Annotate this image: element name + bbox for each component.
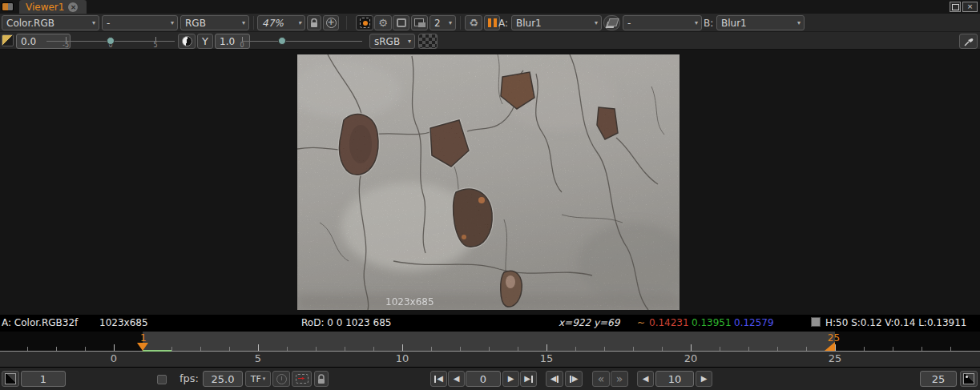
playhead-marker[interactable] [137,343,148,351]
next-keyframe-button[interactable]: » [611,371,628,387]
play-forward-button[interactable]: ▶ [502,371,519,387]
wipe-mode-dropdown[interactable]: - ▾ [623,15,702,30]
goto-start-button[interactable]: ◀ [430,371,447,387]
viewer-canvas[interactable]: 1023x685 [0,50,980,315]
sample-color-button[interactable] [959,34,978,49]
flipbook-range-button[interactable] [2,371,19,387]
roi-button[interactable] [356,15,373,30]
timeline-tick [633,347,634,351]
double-chevron-left-icon: « [598,372,605,385]
pause-button[interactable] [484,15,500,30]
monitor-icon [414,18,425,27]
tab-viewer1[interactable]: Viewer1 × [19,0,87,14]
gain-icon[interactable] [2,34,14,46]
downrez-dropdown[interactable]: 2 ▾ [430,15,456,30]
jump-forward-increment-button[interactable]: ▶ [696,371,712,387]
layer-dropdown[interactable]: Color.RGB ▾ [2,15,99,30]
gamma-slider-handle[interactable] [278,37,286,45]
a-input-value: Blur1 [516,18,542,29]
b-input-dropdown[interactable]: Blur1 ▾ [716,15,805,30]
viewer-colorspace-dropdown[interactable]: sRGB ▾ [369,34,415,49]
play-backward-button[interactable]: ◀ [448,371,465,387]
contrast-icon [182,36,192,46]
timeline-tick [777,347,778,351]
timeline-tick [950,347,951,351]
overlay-dropdown[interactable]: - ▾ [102,15,178,30]
playhead-frame-label: 1 [140,332,147,344]
gain-slider-handle[interactable] [107,37,115,45]
fps-field[interactable]: 25.0 [203,371,243,387]
bar-icon [434,376,436,383]
fps-lock-checkbox[interactable] [157,375,167,384]
flipbook-button[interactable] [960,371,978,387]
gamma-slider-track[interactable] [242,41,362,42]
slider-tick-label: 0 [240,42,244,49]
tab-bar: Viewer1 × × [0,0,980,14]
toolbar-separator [346,16,347,30]
zoom-lock-button[interactable] [307,15,321,30]
timeline-tick [56,347,57,351]
range-end-label: 25 [828,332,840,344]
tab-close-icon[interactable]: × [68,2,78,12]
step-forward-button[interactable]: ▶ [565,371,583,387]
timeline-tick [460,347,461,351]
toolbar-separator [253,16,254,30]
double-chevron-right-icon: » [616,372,623,385]
monitor-output-button[interactable] [411,15,428,30]
clip-to-format-button[interactable] [393,15,409,30]
frame-increment-field[interactable]: 10 [655,371,694,387]
zoom-dropdown[interactable]: 47% ▾ [257,15,305,30]
contrast-button[interactable] [178,34,196,49]
timeline[interactable]: 0510152025 1 25 [0,332,980,367]
timeline-tick-label: 25 [829,352,842,364]
zoom-to-fit-button[interactable]: + [323,15,339,30]
step-back-button[interactable]: ◀ [546,371,563,387]
chevron-down-icon: ▾ [298,19,301,26]
prev-keyframe-button[interactable]: « [592,371,610,387]
window-close-button[interactable]: × [962,2,978,12]
proxy-button[interactable]: ⚙ [374,15,392,30]
slider-tick [155,37,156,41]
chevron-down-icon: ▾ [263,376,266,382]
timeline-tick [864,347,865,351]
timeline-tick [604,347,605,351]
viewer-image[interactable] [297,54,680,310]
fps-value: 25.0 [212,373,235,385]
timeline-tick [922,347,922,351]
viewer-toolbar-top: Color.RGB ▾ - ▾ RGB ▾ 47% ▾ + [0,14,980,32]
colorspace-value: sRGB [374,36,400,47]
range-lock-button[interactable] [314,371,329,387]
background-checker-button[interactable] [418,34,438,49]
gamma-button[interactable]: Y [197,34,213,49]
range-start-value: 1 [40,373,46,385]
recycle-icon: ♻ [469,18,478,28]
range-start-field[interactable]: 1 [21,371,66,387]
current-frame-field[interactable]: 0 [466,371,501,387]
window-maximize-button[interactable] [950,2,961,12]
views-dropdown[interactable]: TF ▾ [245,371,271,387]
channels-dropdown[interactable]: RGB ▾ [180,15,249,30]
range-end-field[interactable]: 25 [920,371,957,387]
viewer-status-bar: A: Color.RGB32f 1023x685 RoD: 0 0 1023 6… [0,315,980,332]
timeline-tick [316,347,317,351]
panel-menu-icon[interactable] [2,2,14,11]
status-approx-tilde: ~ [637,317,645,328]
status-green-value: 0.13951 [692,317,732,328]
plus-circle-icon: + [326,18,337,28]
triangle-right-icon: ▶ [701,375,708,383]
wipe-button[interactable] [603,15,620,30]
gauge-icon [276,374,287,384]
playback-mode-button[interactable] [292,371,312,387]
chevron-down-icon: ▾ [695,19,698,26]
timeline-tick-label: 0 [111,352,117,364]
status-hsvl: H:50 S:0.12 V:0.14 L:0.13911 [825,317,967,328]
realtime-playback-button[interactable] [272,371,290,387]
slider-tick-label: -5 [63,42,69,49]
jump-back-increment-button[interactable]: ◀ [637,371,654,387]
flipbook-icon [963,373,974,384]
goto-end-button[interactable]: ▶ [520,371,537,387]
refresh-button[interactable]: ♻ [465,15,482,30]
a-input-dropdown[interactable]: Blur1 ▾ [511,15,602,30]
triangle-left-icon: ◀ [454,375,460,383]
triangle-left-icon: ◀ [437,375,443,383]
